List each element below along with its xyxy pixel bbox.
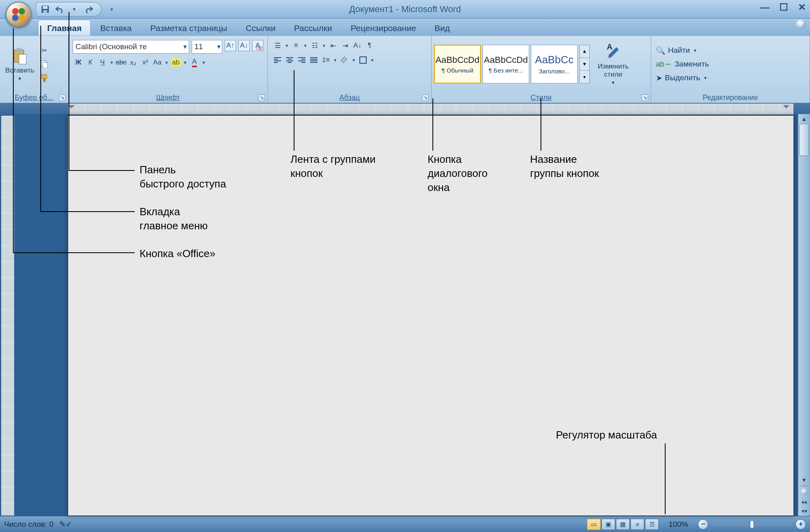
multilevel-icon[interactable]: ☷ xyxy=(309,40,320,51)
save-icon[interactable] xyxy=(40,4,50,15)
shading-icon[interactable] xyxy=(339,54,350,66)
line-spacing-menu[interactable]: ▼ xyxy=(332,54,338,66)
case-menu[interactable]: ▼ xyxy=(164,57,169,68)
office-button[interactable] xyxy=(6,2,31,27)
scroll-thumb[interactable] xyxy=(800,124,809,156)
zoom-thumb[interactable] xyxy=(750,520,754,528)
dialog-launcher-styles[interactable]: ↘ xyxy=(641,94,648,101)
horizontal-ruler[interactable] xyxy=(68,103,794,115)
vertical-ruler[interactable] xyxy=(1,115,15,516)
group-clipboard-label[interactable]: Буфер об... xyxy=(0,92,68,103)
select-button[interactable]: ➤Выделить▼ xyxy=(653,71,807,84)
web-layout-view-icon[interactable]: ▦ xyxy=(616,519,630,530)
highlight-button[interactable]: ab xyxy=(170,57,182,68)
align-left-icon[interactable] xyxy=(272,54,283,66)
decrease-indent-icon[interactable]: ⇤ xyxy=(328,40,339,51)
highlight-menu[interactable]: ▼ xyxy=(182,57,188,68)
tab-review[interactable]: Рецензирование xyxy=(341,20,425,35)
numbering-menu[interactable]: ▼ xyxy=(303,40,308,51)
vertical-scrollbar[interactable]: ▲ ▼ ▴▴ ▾▾ xyxy=(798,114,810,516)
increase-indent-icon[interactable]: ⇥ xyxy=(340,40,351,51)
strikethrough-button[interactable]: abc xyxy=(115,57,127,68)
font-name-combo[interactable]: ▼ xyxy=(73,40,189,54)
shrink-font-icon[interactable]: A↓ xyxy=(238,40,250,51)
proofing-icon[interactable]: ✎✓ xyxy=(59,520,72,529)
line-spacing-icon[interactable]: ‡≡ xyxy=(320,54,332,66)
tab-insert[interactable]: Вставка xyxy=(91,20,141,35)
numbering-icon[interactable]: ≡ xyxy=(290,40,302,51)
sort-icon[interactable]: A↓ xyxy=(352,40,363,51)
help-button[interactable]: ? xyxy=(796,19,806,29)
dialog-launcher-paragraph[interactable]: ↘ xyxy=(422,94,429,101)
borders-icon[interactable] xyxy=(357,54,369,66)
chevron-down-icon[interactable]: ▼ xyxy=(69,4,79,15)
replace-button[interactable]: ab↔Заменить xyxy=(653,58,807,71)
style-heading[interactable]: AaBbCc Заголово... xyxy=(531,45,578,83)
font-color-button[interactable]: A xyxy=(189,57,200,68)
tab-mailings[interactable]: Рассылки xyxy=(285,20,341,35)
tab-view[interactable]: Вид xyxy=(425,20,459,35)
status-bar: Число слов: 0 ✎✓ ▭ ▣ ▦ ≡ ☰ 100% − + xyxy=(0,516,810,532)
minimize-button[interactable]: — xyxy=(760,2,770,12)
grow-font-icon[interactable]: A↑ xyxy=(225,40,236,51)
change-case-button[interactable]: Aa xyxy=(152,57,163,68)
dialog-launcher-clipboard[interactable]: ↘ xyxy=(59,94,66,101)
underline-menu[interactable]: ▼ xyxy=(109,57,115,68)
bold-button[interactable]: Ж xyxy=(73,57,84,68)
styles-down-icon[interactable]: ▼ xyxy=(580,58,589,71)
borders-menu[interactable]: ▼ xyxy=(370,54,375,66)
shading-menu[interactable]: ▼ xyxy=(351,54,357,66)
font-color-menu[interactable]: ▼ xyxy=(201,57,207,68)
next-page-icon[interactable]: ▾▾ xyxy=(798,506,810,516)
style-normal[interactable]: AaBbCcDd ¶ Обычный xyxy=(434,45,481,83)
scroll-up-icon[interactable]: ▲ xyxy=(798,114,810,124)
draft-view-icon[interactable]: ☰ xyxy=(645,519,659,530)
style-no-spacing[interactable]: AaBbCcDd ¶ Без инте... xyxy=(482,45,529,83)
prev-page-icon[interactable]: ▴▴ xyxy=(798,497,810,506)
group-paragraph-label[interactable]: Абзац xyxy=(268,92,431,103)
multilevel-menu[interactable]: ▼ xyxy=(321,40,327,51)
outline-view-icon[interactable]: ≡ xyxy=(630,519,644,530)
styles-more-icon[interactable]: ▾ xyxy=(580,71,589,83)
superscript-button[interactable]: x² xyxy=(140,57,151,68)
tab-references[interactable]: Ссылки xyxy=(236,20,285,35)
zoom-track[interactable] xyxy=(712,523,792,526)
redo-icon[interactable] xyxy=(84,4,94,15)
zoom-out-button[interactable]: − xyxy=(698,519,708,530)
font-size-combo[interactable]: ▼ xyxy=(192,40,222,54)
maximize-button[interactable]: ☐ xyxy=(779,2,788,12)
bullets-menu[interactable]: ▼ xyxy=(284,40,290,51)
styles-gallery-scroll[interactable]: ▲ ▼ ▾ xyxy=(579,45,590,83)
italic-button[interactable]: К xyxy=(85,57,96,68)
show-marks-icon[interactable]: ¶ xyxy=(364,40,375,51)
scroll-down-icon[interactable]: ▼ xyxy=(798,475,810,485)
paste-button[interactable]: Вставить ▼ xyxy=(2,38,37,90)
close-button[interactable]: ✕ xyxy=(798,2,806,12)
justify-icon[interactable] xyxy=(308,54,319,66)
zoom-slider[interactable]: − + xyxy=(698,519,806,530)
font-size-input[interactable] xyxy=(192,40,216,53)
word-count[interactable]: Число слов: 0 xyxy=(4,520,54,529)
qat-customize-icon[interactable]: ▾ xyxy=(106,4,117,15)
clear-formatting-icon[interactable]: A⌫ xyxy=(252,40,263,51)
find-button[interactable]: 🔍Найти▼ xyxy=(653,44,807,57)
undo-icon[interactable] xyxy=(54,4,65,15)
styles-up-icon[interactable]: ▲ xyxy=(580,45,589,58)
svg-rect-8 xyxy=(17,48,21,51)
align-right-icon[interactable] xyxy=(296,54,307,66)
zoom-value[interactable]: 100% xyxy=(668,520,688,529)
underline-button[interactable]: Ч xyxy=(97,57,108,68)
print-layout-view-icon[interactable]: ▭ xyxy=(587,519,601,530)
tab-page-layout[interactable]: Разметка страницы xyxy=(141,20,236,35)
font-name-input[interactable] xyxy=(73,40,181,53)
dialog-launcher-font[interactable]: ↘ xyxy=(258,94,265,101)
change-styles-button[interactable]: A Изменить стили ▼ xyxy=(591,38,635,90)
tab-home[interactable]: Главная xyxy=(38,20,91,35)
group-font-label[interactable]: Шрифт xyxy=(69,92,267,103)
align-center-icon[interactable] xyxy=(284,54,295,66)
browse-object-icon[interactable] xyxy=(801,488,808,495)
bullets-icon[interactable]: ☰ xyxy=(272,40,283,51)
subscript-button[interactable]: x₂ xyxy=(127,57,139,68)
zoom-in-button[interactable]: + xyxy=(795,519,806,530)
full-screen-view-icon[interactable]: ▣ xyxy=(601,519,615,530)
